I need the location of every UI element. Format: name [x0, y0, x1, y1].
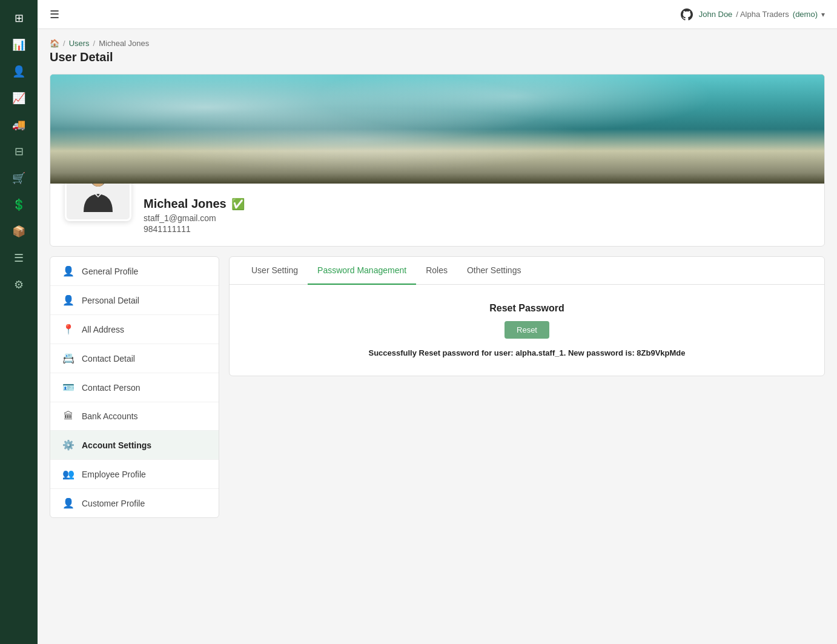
profile-name: Micheal Jones [144, 197, 227, 211]
dashboard-icon[interactable]: ⊞ [7, 6, 31, 30]
breadcrumb-sep-1: / [63, 39, 65, 48]
sidebar-item-label: General Profile [82, 267, 138, 276]
hamburger-button[interactable]: ☰ [50, 8, 59, 21]
account-settings-icon: ⚙️ [62, 439, 74, 451]
sidebar-item-label: Bank Accounts [82, 411, 138, 421]
breadcrumb-users[interactable]: Users [69, 39, 90, 48]
sidebar-item-label: Personal Detail [82, 296, 139, 305]
sidebar-item-general-profile[interactable]: 👤 General Profile [50, 257, 219, 286]
sidebar-item-label: Contact Detail [82, 354, 135, 363]
chevron-down-icon: ▾ [821, 10, 825, 19]
truck-icon[interactable]: 🚚 [7, 113, 31, 137]
tab-user-setting[interactable]: User Setting [242, 257, 308, 285]
users-icon[interactable]: 👤 [7, 59, 31, 84]
sidebar-item-all-address[interactable]: 📍 All Address [50, 315, 219, 344]
main-container: ☰ John Doe / Alpha Traders (demo) ▾ 🏠 / … [38, 0, 837, 644]
breadcrumb: 🏠 / Users / Micheal Jones [50, 39, 825, 48]
contact-person-icon: 🪪 [62, 382, 74, 393]
tab-password-management[interactable]: Password Management [308, 257, 416, 285]
tab-other-settings[interactable]: Other Settings [457, 257, 531, 285]
tab-content-password-management: Reset Password Reset Successfully Reset … [230, 285, 824, 376]
sidebar-item-employee-profile[interactable]: 👥 Employee Profile [50, 460, 219, 489]
user-name: John Doe [699, 10, 733, 19]
sidebar-item-account-settings[interactable]: ⚙️ Account Settings [50, 431, 219, 460]
profile-info-section: Micheal Jones ✅ staff_1@gmail.com 984111… [50, 184, 824, 246]
user-info[interactable]: John Doe / Alpha Traders (demo) ▾ [699, 10, 825, 19]
sidebar-item-label: Employee Profile [82, 470, 146, 479]
analytics-icon[interactable]: 📊 [7, 33, 31, 57]
topbar-left: ☰ [50, 8, 59, 21]
content-row: 👤 General Profile 👤 Personal Detail 📍 Al… [50, 256, 825, 518]
chart-icon[interactable]: 📈 [7, 86, 31, 110]
list-icon[interactable]: ☰ [7, 246, 31, 270]
page-content: 🏠 / Users / Micheal Jones User Detail [38, 29, 837, 644]
profile-email: staff_1@gmail.com [144, 213, 245, 223]
page-title: User Detail [50, 50, 825, 64]
reset-password-title: Reset Password [242, 303, 812, 314]
sidebar-item-bank-accounts[interactable]: 🏛 Bank Accounts [50, 402, 219, 431]
profile-card: Micheal Jones ✅ staff_1@gmail.com 984111… [50, 74, 825, 247]
grid-icon[interactable]: ⊟ [7, 139, 31, 164]
sidebar-item-label: All Address [82, 325, 124, 334]
side-nav: 👤 General Profile 👤 Personal Detail 📍 Al… [50, 256, 219, 518]
sidebar-item-contact-detail[interactable]: 📇 Contact Detail [50, 344, 219, 373]
sidebar-item-personal-detail[interactable]: 👤 Personal Detail [50, 286, 219, 315]
reset-button[interactable]: Reset [505, 321, 549, 339]
sidebar-item-label: Customer Profile [82, 499, 145, 508]
settings-icon[interactable]: ⚙ [7, 273, 31, 297]
profile-phone: 9841111111 [144, 224, 245, 234]
dollar-icon[interactable]: 💲 [7, 193, 31, 217]
bank-accounts-icon: 🏛 [62, 411, 74, 422]
success-message: Successfully Reset password for user: al… [242, 348, 812, 357]
sidebar-item-label: Account Settings [82, 440, 151, 450]
all-address-icon: 📍 [62, 324, 74, 335]
verified-badge: ✅ [231, 198, 245, 211]
cover-photo [50, 75, 824, 184]
personal-detail-icon: 👤 [62, 294, 74, 306]
app-sidebar: ⊞ 📊 👤 📈 🚚 ⊟ 🛒 💲 📦 ☰ ⚙ [0, 0, 38, 644]
employee-profile-icon: 👥 [62, 468, 74, 480]
home-icon[interactable]: 🏠 [50, 39, 59, 48]
cart-icon[interactable]: 🛒 [7, 166, 31, 190]
user-details: Micheal Jones ✅ staff_1@gmail.com 984111… [144, 191, 245, 234]
github-icon [680, 7, 694, 22]
sidebar-item-contact-person[interactable]: 🪪 Contact Person [50, 373, 219, 402]
main-panel: User Setting Password Management Roles O… [229, 256, 825, 376]
topbar-right: John Doe / Alpha Traders (demo) ▾ [680, 7, 825, 22]
general-profile-icon: 👤 [62, 265, 74, 277]
tab-roles[interactable]: Roles [416, 257, 457, 285]
sidebar-item-customer-profile[interactable]: 👤 Customer Profile [50, 489, 219, 517]
breadcrumb-sep-2: / [93, 39, 96, 48]
box-icon[interactable]: 📦 [7, 219, 31, 244]
customer-profile-icon: 👤 [62, 497, 74, 509]
breadcrumb-current: Micheal Jones [99, 39, 149, 48]
company-name: / Alpha Traders [736, 10, 789, 19]
demo-label: (demo) [793, 10, 818, 19]
user-name-row: Micheal Jones ✅ [144, 197, 245, 211]
tabs: User Setting Password Management Roles O… [230, 257, 824, 285]
sidebar-item-label: Contact Person [82, 383, 141, 393]
topbar: ☰ John Doe / Alpha Traders (demo) ▾ [38, 0, 837, 29]
contact-detail-icon: 📇 [62, 353, 74, 364]
